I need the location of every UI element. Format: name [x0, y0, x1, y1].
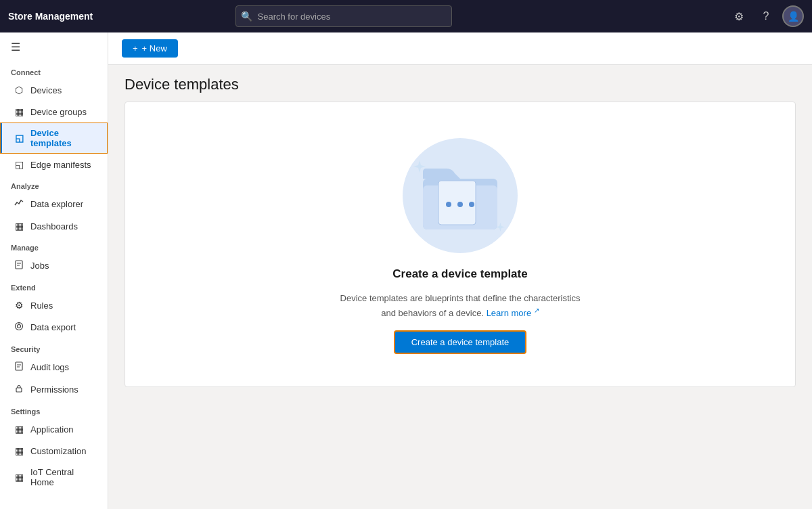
- section-analyze-label: Analyze: [0, 175, 108, 193]
- sidebar-label-data-export: Data export: [30, 322, 76, 332]
- svg-point-14: [446, 202, 451, 207]
- top-navigation: Store Management 🔍 ⚙ ? 👤: [0, 0, 812, 32]
- external-link-icon: ↗: [534, 307, 539, 314]
- plus-icon: +: [133, 43, 138, 53]
- sidebar-item-dashboards[interactable]: ▦ Dashboards: [0, 215, 108, 237]
- sidebar-label-device-groups: Device groups: [30, 107, 87, 117]
- customization-icon: ▦: [13, 445, 25, 456]
- sidebar-label-application: Application: [30, 424, 74, 435]
- main-content: + + New Device templates: [108, 32, 812, 509]
- application-icon: ▦: [13, 424, 25, 435]
- sidebar-label-permissions: Permissions: [30, 384, 78, 395]
- new-button[interactable]: + + New: [122, 39, 178, 58]
- sidebar-item-device-templates[interactable]: ◱ Device templates: [0, 123, 108, 154]
- sidebar-label-data-explorer: Data explorer: [30, 199, 83, 209]
- data-explorer-icon: [13, 198, 25, 210]
- device-groups-icon: ▦: [13, 106, 25, 117]
- sidebar-item-iot-central-home[interactable]: ▦ IoT Central Home: [0, 462, 108, 493]
- sidebar-item-permissions[interactable]: Permissions: [0, 378, 108, 401]
- user-avatar[interactable]: 👤: [782, 5, 804, 27]
- sidebar-item-data-explorer[interactable]: Data explorer: [0, 193, 108, 215]
- settings-button[interactable]: ⚙: [728, 5, 750, 27]
- svg-rect-6: [16, 362, 22, 370]
- empty-state-heading: Create a device template: [392, 267, 527, 281]
- section-connect-label: Connect: [0, 62, 108, 79]
- sidebar-item-customization[interactable]: ▦ Customization: [0, 440, 108, 462]
- help-icon: ?: [763, 10, 769, 22]
- sidebar-label-rules: Rules: [30, 301, 53, 311]
- permissions-icon: [13, 384, 25, 395]
- sidebar-label-jobs: Jobs: [30, 261, 49, 271]
- avatar-icon: 👤: [788, 11, 799, 22]
- settings-icon: ⚙: [734, 10, 744, 23]
- svg-point-4: [18, 325, 21, 328]
- create-device-template-button[interactable]: Create a device template: [394, 330, 527, 354]
- empty-state-description: Device templates are blueprints that def…: [340, 292, 581, 319]
- sidebar-item-rules[interactable]: ⚙ Rules: [0, 294, 108, 316]
- content-area: Create a device template Device template…: [108, 102, 812, 403]
- svg-point-15: [457, 202, 463, 207]
- learn-more-link[interactable]: Learn more ↗: [487, 308, 539, 318]
- sidebar-label-edge-manifests: Edge manifests: [30, 160, 91, 170]
- svg-rect-0: [16, 261, 22, 269]
- dashboards-icon: ▦: [13, 221, 25, 231]
- device-templates-icon: ◱: [13, 133, 25, 143]
- hamburger-icon: ☰: [11, 41, 20, 53]
- main-toolbar: + + New: [108, 32, 812, 65]
- search-input[interactable]: [235, 5, 452, 27]
- section-settings-label: Settings: [0, 401, 108, 418]
- sidebar-label-dashboards: Dashboards: [30, 221, 78, 231]
- audit-logs-icon: [13, 361, 25, 373]
- sidebar-item-device-groups[interactable]: ▦ Device groups: [0, 101, 108, 123]
- sidebar-item-application[interactable]: ▦ Application: [0, 418, 108, 440]
- description-part2: and behaviors of a device.: [381, 308, 484, 318]
- data-export-icon: [13, 322, 25, 333]
- sidebar-item-edge-manifests[interactable]: ◱ Edge manifests: [0, 154, 108, 175]
- empty-state-card: Create a device template Device template…: [125, 102, 796, 387]
- iot-central-home-icon: ▦: [13, 472, 25, 483]
- app-layout: ☰ Connect ⬡ Devices ▦ Device groups ◱ De…: [0, 32, 812, 509]
- search-container: 🔍: [235, 5, 452, 27]
- search-icon: 🔍: [241, 11, 252, 22]
- sidebar-item-audit-logs[interactable]: Audit logs: [0, 356, 108, 378]
- sidebar-label-audit-logs: Audit logs: [30, 362, 69, 372]
- section-manage-label: Manage: [0, 237, 108, 255]
- sidebar-label-device-templates: Device templates: [30, 128, 97, 148]
- sidebar-label-iot-central-home: IoT Central Home: [30, 467, 97, 487]
- svg-rect-9: [16, 388, 22, 392]
- section-security-label: Security: [0, 338, 108, 356]
- sidebar: ☰ Connect ⬡ Devices ▦ Device groups ◱ De…: [0, 32, 108, 509]
- help-button[interactable]: ?: [755, 5, 777, 27]
- svg-point-16: [469, 202, 474, 207]
- topnav-right: ⚙ ? 👤: [728, 5, 804, 27]
- description-part1: Device templates are blueprints that def…: [340, 293, 581, 303]
- sidebar-label-customization: Customization: [30, 446, 86, 456]
- sidebar-label-devices: Devices: [30, 85, 62, 95]
- page-title: Device templates: [125, 76, 796, 93]
- section-extend-label: Extend: [0, 277, 108, 294]
- rules-icon: ⚙: [13, 300, 25, 311]
- new-button-label: + New: [142, 43, 167, 53]
- sidebar-item-devices[interactable]: ⬡ Devices: [0, 79, 108, 101]
- page-header: Device templates: [108, 65, 812, 102]
- sidebar-item-data-export[interactable]: Data export: [0, 316, 108, 338]
- jobs-icon: [13, 260, 25, 271]
- folder-illustration: [392, 135, 528, 257]
- devices-icon: ⬡: [13, 85, 25, 95]
- hamburger-menu[interactable]: ☰: [0, 32, 108, 62]
- sidebar-item-jobs[interactable]: Jobs: [0, 255, 108, 277]
- edge-manifests-icon: ◱: [13, 159, 25, 170]
- app-title: Store Management: [8, 11, 93, 22]
